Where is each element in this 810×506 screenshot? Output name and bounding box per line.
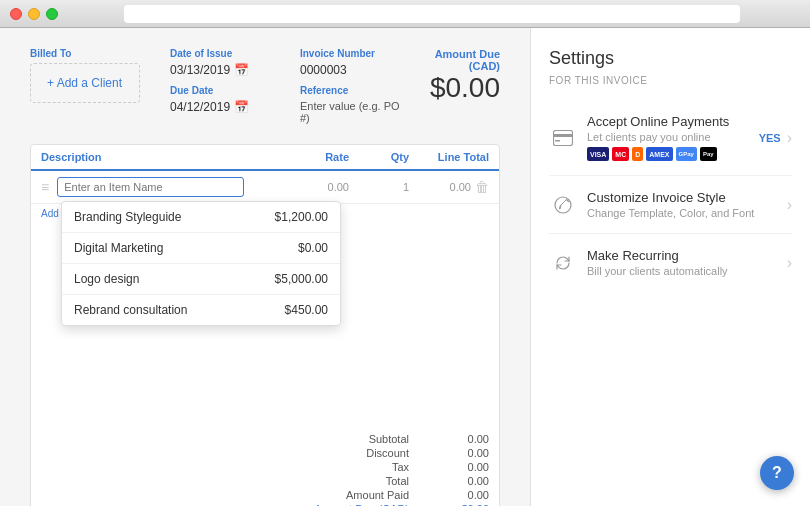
date-of-issue-label: Date of Issue: [170, 48, 270, 59]
customize-style-subtitle: Change Template, Color, and Font: [587, 207, 777, 219]
settings-subtitle: FOR THIS INVOICE: [549, 75, 792, 86]
svg-point-3: [555, 197, 571, 213]
totals-area: Subtotal 0.00 Discount 0.00 Tax 0.00 Tot…: [31, 423, 499, 506]
amex-icon: AMEX: [646, 147, 672, 161]
table-input-row: ≡ 0.00 1 0.00 🗑: [31, 171, 499, 204]
dropdown-item-name-1: Digital Marketing: [74, 241, 163, 255]
item-dropdown: Branding Styleguide $1,200.00 Digital Ma…: [61, 201, 341, 326]
url-bar[interactable]: [124, 5, 740, 23]
amount-due-value: $0.00: [430, 72, 500, 104]
tax-label: Tax: [329, 461, 409, 473]
make-recurring-title: Make Recurring: [587, 248, 777, 263]
customize-style-right: ›: [787, 196, 792, 214]
discount-row: Discount 0.00: [329, 447, 489, 459]
qty-cell: 1: [349, 181, 409, 193]
dropdown-item-1[interactable]: Digital Marketing $0.00: [62, 233, 340, 264]
col-line-total: Line Total: [409, 151, 489, 163]
billed-to-label: Billed To: [30, 48, 140, 59]
close-button[interactable]: [10, 8, 22, 20]
dropdown-item-price-0: $1,200.00: [275, 210, 328, 224]
subtotal-row: Subtotal 0.00: [329, 433, 489, 445]
table-header: Description Rate Qty Line Total: [31, 145, 499, 171]
titlebar: [0, 0, 810, 28]
settings-item-online-payments[interactable]: Accept Online Payments Let clients pay y…: [549, 100, 792, 176]
total-row: Total 0.00: [329, 475, 489, 487]
dropdown-item-2[interactable]: Logo design $5,000.00: [62, 264, 340, 295]
tax-value: 0.00: [439, 461, 489, 473]
dropdown-item-price-1: $0.00: [298, 241, 328, 255]
help-button[interactable]: ?: [760, 456, 794, 490]
total-value: 0.00: [439, 475, 489, 487]
online-payments-subtitle: Let clients pay you online: [587, 131, 749, 143]
billed-to-block: Billed To + Add a Client: [30, 48, 140, 124]
subtotal-value: 0.00: [439, 433, 489, 445]
drag-icon: ≡: [41, 179, 49, 195]
due-date-calendar-icon[interactable]: 📅: [234, 100, 249, 114]
customize-style-content: Customize Invoice Style Change Template,…: [587, 190, 777, 219]
amount-paid-value: 0.00: [439, 489, 489, 501]
dropdown-item-name-3: Rebrand consultation: [74, 303, 187, 317]
reference-label: Reference: [300, 85, 400, 96]
amount-paid-label: Amount Paid: [329, 489, 409, 501]
yes-badge: YES: [759, 132, 781, 144]
subtotal-label: Subtotal: [329, 433, 409, 445]
due-date-value: 04/12/2019 📅: [170, 100, 270, 114]
dropdown-item-price-3: $450.00: [285, 303, 328, 317]
settings-item-customize-style[interactable]: Customize Invoice Style Change Template,…: [549, 176, 792, 234]
recurring-icon: [549, 249, 577, 277]
chevron-right-icon-2: ›: [787, 196, 792, 214]
discount-value: 0.00: [439, 447, 489, 459]
reference-placeholder[interactable]: Enter value (e.g. PO #): [300, 100, 400, 124]
dropdown-item-name-2: Logo design: [74, 272, 139, 286]
mastercard-icon: MC: [612, 147, 629, 161]
app-body: Billed To + Add a Client Date of Issue 0…: [0, 28, 810, 506]
invoice-area: Billed To + Add a Client Date of Issue 0…: [0, 28, 530, 506]
online-payments-right: YES ›: [759, 129, 792, 147]
dropdown-item-price-2: $5,000.00: [275, 272, 328, 286]
col-rate: Rate: [249, 151, 349, 163]
discount-label: Discount: [329, 447, 409, 459]
chevron-right-icon-3: ›: [787, 254, 792, 272]
svg-rect-0: [554, 130, 573, 145]
settings-panel: Settings FOR THIS INVOICE Accept Online …: [530, 28, 810, 506]
dropdown-item-3[interactable]: Rebrand consultation $450.00: [62, 295, 340, 325]
dates-block: Date of Issue 03/13/2019 📅 Due Date 04/1…: [170, 48, 270, 124]
credit-card-icon: [549, 124, 577, 152]
item-name-input[interactable]: [57, 177, 244, 197]
online-payments-title: Accept Online Payments: [587, 114, 749, 129]
svg-rect-1: [553, 134, 573, 137]
customize-style-title: Customize Invoice Style: [587, 190, 777, 205]
gpay-icon: GPay: [676, 147, 697, 161]
date-of-issue-value: 03/13/2019 📅: [170, 63, 270, 77]
visa-icon: VISA: [587, 147, 609, 161]
make-recurring-content: Make Recurring Bill your clients automat…: [587, 248, 777, 277]
rate-cell: 0.00: [249, 181, 349, 193]
maximize-button[interactable]: [46, 8, 58, 20]
discover-icon: D: [632, 147, 643, 161]
invoice-number-block: Invoice Number 0000003 Reference Enter v…: [300, 48, 400, 124]
invoice-number-value: 0000003: [300, 63, 400, 77]
calendar-icon[interactable]: 📅: [234, 63, 249, 77]
settings-title: Settings: [549, 48, 792, 69]
invoice-header: Billed To + Add a Client Date of Issue 0…: [30, 48, 500, 124]
dropdown-item-0[interactable]: Branding Styleguide $1,200.00: [62, 202, 340, 233]
online-payments-content: Accept Online Payments Let clients pay y…: [587, 114, 749, 161]
minimize-button[interactable]: [28, 8, 40, 20]
customize-icon: [549, 191, 577, 219]
chevron-right-icon: ›: [787, 129, 792, 147]
col-qty: Qty: [349, 151, 409, 163]
make-recurring-right: ›: [787, 254, 792, 272]
svg-rect-2: [555, 140, 560, 142]
delete-row-icon[interactable]: 🗑: [475, 179, 489, 195]
total-label: Total: [329, 475, 409, 487]
dropdown-item-name-0: Branding Styleguide: [74, 210, 181, 224]
invoice-table: Description Rate Qty Line Total ≡ 0.00 1…: [30, 144, 500, 506]
amount-paid-row: Amount Paid 0.00: [329, 489, 489, 501]
add-client-button[interactable]: + Add a Client: [30, 63, 140, 103]
amount-due-label: Amount Due (CAD): [430, 48, 500, 72]
amount-due-block: Amount Due (CAD) $0.00: [430, 48, 500, 124]
invoice-number-label: Invoice Number: [300, 48, 400, 59]
make-recurring-subtitle: Bill your clients automatically: [587, 265, 777, 277]
col-description: Description: [41, 151, 249, 163]
settings-item-make-recurring[interactable]: Make Recurring Bill your clients automat…: [549, 234, 792, 291]
